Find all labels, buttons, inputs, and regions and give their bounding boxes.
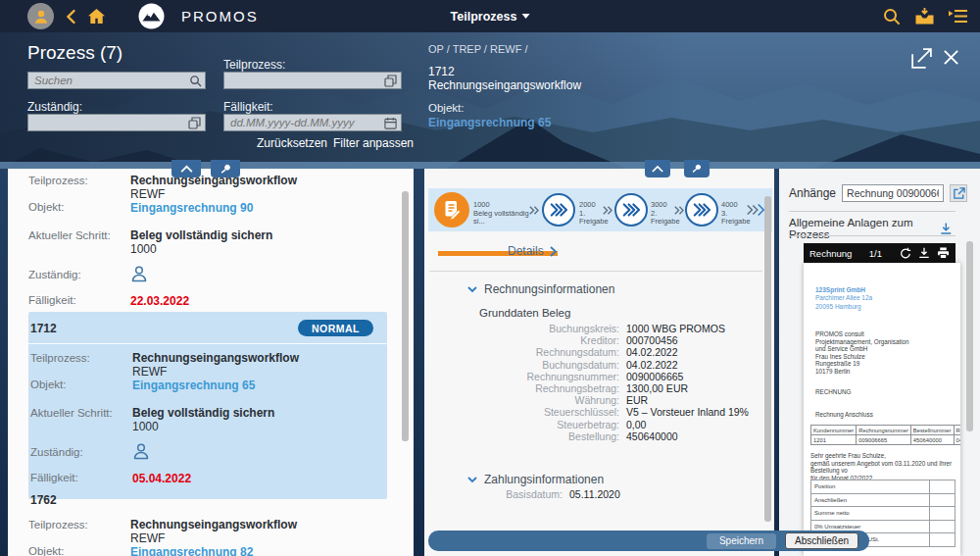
right-panel-scrollbar[interactable]	[966, 241, 973, 431]
teilprozess-picker-icon[interactable]	[383, 74, 397, 87]
open-attachment-button[interactable]	[950, 184, 967, 202]
document-edit-icon	[443, 200, 461, 220]
back-chevron-icon[interactable]	[65, 9, 76, 25]
left-panel-scrollbar[interactable]	[402, 191, 409, 441]
collapse-mid-button[interactable]	[645, 160, 670, 177]
list-item[interactable]: Teilprozess: Rechnungseingangsworkflow R…	[28, 173, 387, 308]
workflow-step-label: 1000 Beleg vollständig si...	[473, 201, 534, 227]
workflow-step-active[interactable]	[434, 192, 469, 227]
teilprozess-filter-input[interactable]	[223, 72, 402, 89]
attachment-select[interactable]	[842, 184, 944, 202]
field-label: Bestellung:	[424, 430, 626, 442]
log-list-icon[interactable]	[948, 8, 968, 25]
search-icon[interactable]	[882, 7, 902, 26]
pdf-sender-address: 123Sprint GmbH Parchimer Allee 12a 20095…	[815, 286, 872, 311]
viewer-page-indicator: 1/1	[869, 248, 882, 259]
workflow-step[interactable]	[685, 193, 718, 227]
field-value: V5 – Vorsteuer Inland 19%	[626, 406, 749, 418]
workflow-strip: 1000 Beleg vollständig si... 2000 1. Fre…	[428, 188, 772, 231]
context-switcher[interactable]: Teilprozess	[451, 10, 530, 24]
calendar-icon[interactable]	[383, 116, 397, 129]
promos-logo-icon[interactable]	[138, 3, 165, 29]
item-workflow: Rechnungseingangsworkflow	[130, 519, 297, 532]
item-due-date: 05.04.2022	[132, 472, 191, 485]
faelligkeit-filter-input[interactable]	[223, 114, 402, 131]
pdf-subject: Rechnung Anschluss	[815, 411, 873, 419]
chevrons-right-icon	[602, 205, 612, 216]
item-id: 1762	[28, 488, 387, 519]
action-bar: Speichern Abschließen	[428, 531, 869, 551]
attachments-panel: Anhänge Allgemeine Anlagen zum Prozess R…	[779, 169, 980, 556]
zustaendig-filter-input[interactable]	[27, 114, 206, 131]
download-icon[interactable]	[918, 247, 930, 259]
workflow-step[interactable]	[542, 193, 575, 227]
item-id: 1712	[30, 322, 57, 335]
pdf-body-text: Sehr geehrte Frau Schulze, gemäß unserem…	[810, 452, 957, 481]
pdf-preview-page[interactable]: 123Sprint GmbH Parchimer Allee 12a 20095…	[804, 263, 960, 556]
field-label: Zuständig:	[30, 446, 132, 458]
workflow-step[interactable]	[614, 193, 648, 227]
pin-left-button[interactable]	[211, 160, 240, 177]
assignee-person-icon[interactable]	[130, 265, 148, 283]
list-item-selected[interactable]: 1712 NORMAL Teilprozess: Rechnungseingan…	[28, 312, 387, 499]
caret-down-icon	[521, 14, 529, 19]
inbox-icon[interactable]	[914, 7, 935, 25]
field-label: Teilprozess:	[28, 519, 130, 531]
print-icon[interactable]	[937, 247, 950, 259]
list-item[interactable]: 1762 Teilprozess: Rechnungseingangsworkf…	[28, 488, 387, 556]
triple-chevron-icon	[622, 202, 640, 218]
expand-icon[interactable]	[909, 46, 934, 71]
breadcrumb[interactable]: OP / TREP / REWF /	[428, 43, 527, 55]
section-rechnungsinformationen[interactable]: Rechnungsinformationen	[467, 282, 614, 296]
zustaendig-picker-icon[interactable]	[187, 116, 201, 129]
download-icon[interactable]	[940, 222, 953, 235]
field-label: Teilprozess:	[28, 175, 130, 186]
close-icon[interactable]	[943, 49, 959, 66]
field-label: Steuerbetrag:	[424, 419, 626, 430]
top-bar: PROMOS Teilprozess	[0, 0, 980, 32]
details-link[interactable]: Details	[508, 244, 557, 258]
pin-mid-button[interactable]	[684, 160, 710, 177]
item-objekt-link[interactable]: Eingangsrechnung 82	[130, 545, 253, 556]
field-label: Objekt:	[30, 379, 132, 390]
group-title: Grunddaten Beleg	[479, 307, 570, 319]
assignee-person-icon[interactable]	[132, 442, 150, 461]
field-label: Zuständig:	[28, 269, 130, 280]
reset-filter-link[interactable]: Zurücksetzen	[257, 136, 327, 150]
field-value: 450640000	[626, 430, 678, 442]
field-label: Währung:	[424, 394, 626, 406]
search-input[interactable]	[27, 72, 206, 89]
context-process-id: 1712	[428, 65, 455, 78]
field-label: Rechnungsnummer:	[424, 371, 626, 382]
divider	[429, 271, 762, 272]
general-attachments-label: Allgemeine Anlagen zum Prozess	[789, 217, 940, 240]
item-objekt-link[interactable]: Eingangsrechnung 90	[130, 201, 253, 215]
collapse-left-button[interactable]	[172, 160, 201, 177]
rotate-icon[interactable]	[900, 247, 911, 259]
context-switcher-label: Teilprozess	[451, 10, 517, 24]
item-objekt-link[interactable]: Eingangsrechnung 65	[132, 379, 255, 392]
save-button[interactable]: Speichern	[707, 533, 776, 549]
app-window: PROMOS Teilprozess	[0, 0, 980, 556]
chevrons-right-icon	[673, 205, 684, 216]
user-avatar[interactable]	[27, 3, 54, 29]
field-value: 000700456	[626, 334, 678, 346]
item-workflow-code: REWF	[130, 188, 297, 202]
field-value: 0090006665	[626, 371, 683, 382]
chevron-up-icon	[180, 165, 193, 173]
invoice-fields: Buchungskreis:1000 WBG PROMOS Kreditor:0…	[424, 323, 774, 442]
home-icon[interactable]	[87, 8, 106, 25]
section-zahlungsinformationen[interactable]: Zahlungsinformationen	[467, 473, 604, 486]
field-label: Teilprozess:	[30, 352, 132, 364]
chevron-down-icon	[467, 477, 477, 483]
context-objekt-link[interactable]: Eingangsrechnung 65	[428, 116, 551, 129]
pdf-doc-title: RECHNUNG	[815, 388, 851, 396]
adjust-filter-link[interactable]: Filter anpassen	[333, 136, 414, 150]
finish-button[interactable]: Abschließen	[785, 532, 858, 549]
faelligkeit-filter-label: Fälligkeit:	[223, 100, 273, 114]
search-field-icon[interactable]	[188, 74, 202, 87]
detail-panel-scrollbar[interactable]	[764, 196, 771, 522]
item-workflow: Rechnungseingangsworkflow	[132, 352, 299, 366]
filter-header: Prozess (7) Teilprozess: Zuständig: Fäll…	[0, 32, 980, 169]
item-step: Beleg vollständig sichern	[130, 229, 272, 243]
